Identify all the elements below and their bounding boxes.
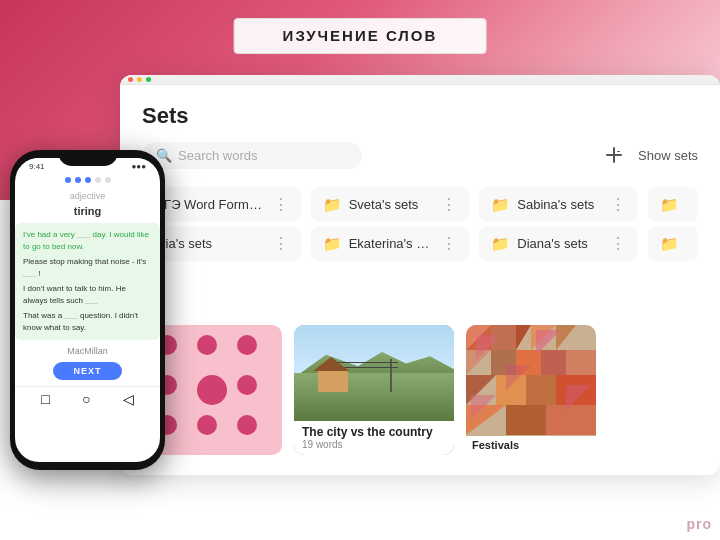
add-button[interactable] bbox=[600, 141, 628, 169]
sentence-3: I don't want to talk to him. He always t… bbox=[23, 283, 152, 307]
search-box[interactable]: 🔍 Search words bbox=[142, 142, 362, 169]
next-button[interactable]: NEXT bbox=[53, 362, 121, 380]
title-bar: ИЗУЧЕНИЕ СЛОВ bbox=[234, 18, 487, 54]
show-sets-button[interactable]: Show sets bbox=[638, 148, 698, 163]
set-name: ОГЭ Word Formati... bbox=[154, 197, 265, 212]
word-display: tiring bbox=[15, 205, 160, 217]
dots-icon[interactable]: ⋮ bbox=[441, 234, 457, 253]
sentence-text: I've had a very ___ day. I would like to… bbox=[23, 230, 149, 251]
progress-dot-4 bbox=[95, 177, 101, 183]
sets-area: ОГЭ Word Formati... ⋮ 📁 Sveta's sets ⋮ 📁… bbox=[120, 179, 720, 269]
sets-row-2: aria's sets ⋮ 📁 Ekaterina's sets ⋮ 📁 Dia… bbox=[142, 226, 698, 261]
nav-icon-back[interactable]: ◁ bbox=[123, 391, 134, 407]
festival-title: Festivals bbox=[472, 439, 519, 451]
set-item-left: 📁 Diana's sets bbox=[491, 235, 587, 253]
panel-tab-bar bbox=[120, 75, 720, 85]
sets-title: Sets bbox=[142, 103, 698, 129]
author: MacMillan bbox=[15, 346, 160, 356]
dots-icon[interactable]: ⋮ bbox=[273, 195, 289, 214]
festival-svg bbox=[466, 325, 596, 435]
panel-header: Sets 🔍 Search words Show sets bbox=[120, 85, 720, 179]
watermark: pro bbox=[686, 516, 712, 532]
sentence-area: I've had a very ___ day. I would like to… bbox=[15, 223, 160, 340]
phone-status-icons: ●●● bbox=[132, 162, 147, 171]
set-item-diana[interactable]: 📁 Diana's sets ⋮ bbox=[479, 226, 638, 261]
tab-dot-green bbox=[146, 77, 151, 82]
svg-marker-8 bbox=[556, 325, 576, 350]
nav-icon-circle[interactable]: ○ bbox=[82, 391, 90, 407]
phone-overlay: 9:41 ●●● adjective tiring I've had a ver… bbox=[10, 150, 165, 470]
watermark-text: pro bbox=[686, 516, 712, 532]
progress-dot-1 bbox=[65, 177, 71, 183]
set-item-left: 📁 Ekaterina's sets bbox=[323, 235, 434, 253]
sentence-text: That was a ___ question. I didn't know w… bbox=[23, 311, 138, 332]
word-hint: adjective bbox=[15, 191, 160, 201]
sentence-text: Please stop making that noise - it's ___… bbox=[23, 257, 146, 278]
phone-time: 9:41 bbox=[29, 162, 45, 171]
folder-icon: 📁 bbox=[491, 196, 510, 214]
svg-marker-12 bbox=[541, 350, 566, 375]
dots-icon[interactable]: ⋮ bbox=[610, 234, 626, 253]
set-item-oge[interactable]: ОГЭ Word Formati... ⋮ bbox=[142, 187, 301, 222]
folder-icon: 📁 bbox=[323, 196, 342, 214]
pole bbox=[390, 359, 392, 393]
page-title: ИЗУЧЕНИЕ СЛОВ bbox=[283, 27, 438, 44]
folder-icon: 📁 bbox=[660, 196, 679, 214]
svg-marker-6 bbox=[516, 325, 531, 350]
house-roof bbox=[313, 357, 349, 371]
progress-dot-3 bbox=[85, 177, 91, 183]
phone-screen: 9:41 ●●● adjective tiring I've had a ver… bbox=[15, 158, 160, 462]
sentence-4: That was a ___ question. I didn't know w… bbox=[23, 310, 152, 334]
folder-icon: 📁 bbox=[491, 235, 510, 253]
progress-dot-5 bbox=[105, 177, 111, 183]
app-panel: Sets 🔍 Search words Show sets bbox=[120, 75, 720, 475]
search-row: 🔍 Search words Show sets bbox=[142, 141, 698, 169]
set-item-sveta[interactable]: 📁 Sveta's sets ⋮ bbox=[311, 187, 470, 222]
city-card[interactable]: The city vs the country 19 words bbox=[294, 325, 454, 455]
set-name: Sabina's sets bbox=[517, 197, 594, 212]
set-item-left: 📁 bbox=[660, 235, 679, 253]
cards-area: The city vs the country 19 words bbox=[142, 325, 698, 465]
svg-marker-16 bbox=[526, 375, 556, 405]
set-item-aria[interactable]: aria's sets ⋮ bbox=[142, 226, 301, 261]
phone-progress bbox=[15, 173, 160, 187]
phone-shell: 9:41 ●●● adjective tiring I've had a ver… bbox=[10, 150, 165, 470]
dots-icon[interactable]: ⋮ bbox=[273, 234, 289, 253]
nav-icon-home[interactable]: □ bbox=[41, 391, 49, 407]
search-placeholder: Search words bbox=[178, 148, 257, 163]
set-item-a[interactable]: 📁 bbox=[648, 226, 698, 261]
festival-card[interactable]: Festivals bbox=[466, 325, 596, 455]
svg-marker-13 bbox=[566, 350, 596, 375]
set-item-m[interactable]: 📁 bbox=[648, 187, 698, 222]
set-name: Diana's sets bbox=[517, 236, 587, 251]
set-name: Ekaterina's sets bbox=[349, 236, 434, 251]
svg-rect-2 bbox=[617, 151, 620, 152]
dots-icon[interactable]: ⋮ bbox=[610, 195, 626, 214]
svg-marker-19 bbox=[506, 405, 546, 435]
tab-dot-red bbox=[128, 77, 133, 82]
sentence-2: Please stop making that noise - it's ___… bbox=[23, 256, 152, 280]
set-item-left: 📁 Sabina's sets bbox=[491, 196, 594, 214]
folder-icon: 📁 bbox=[660, 235, 679, 253]
set-item-ekaterina[interactable]: 📁 Ekaterina's sets ⋮ bbox=[311, 226, 470, 261]
svg-rect-1 bbox=[613, 147, 615, 163]
phone-nav-bar: □ ○ ◁ bbox=[15, 386, 160, 411]
city-card-subtitle: 19 words bbox=[302, 439, 446, 450]
city-card-label: The city vs the country 19 words bbox=[294, 421, 454, 455]
sets-row-1: ОГЭ Word Formati... ⋮ 📁 Sveta's sets ⋮ 📁… bbox=[142, 187, 698, 222]
set-item-left: 📁 bbox=[660, 196, 679, 214]
search-actions: Show sets bbox=[600, 141, 698, 169]
tab-dot-yellow bbox=[137, 77, 142, 82]
set-item-left: ОГЭ Word Formati... bbox=[154, 197, 265, 212]
dots-icon[interactable]: ⋮ bbox=[441, 195, 457, 214]
progress-dot-2 bbox=[75, 177, 81, 183]
festival-scene bbox=[466, 325, 596, 436]
phone-notch bbox=[58, 150, 118, 166]
house-body bbox=[318, 370, 348, 392]
city-scene bbox=[294, 325, 454, 421]
set-item-sabina[interactable]: 📁 Sabina's sets ⋮ bbox=[479, 187, 638, 222]
festival-label: Festivals bbox=[466, 436, 596, 456]
city-card-title: The city vs the country bbox=[302, 425, 446, 439]
set-name: Sveta's sets bbox=[349, 197, 419, 212]
folder-icon: 📁 bbox=[323, 235, 342, 253]
